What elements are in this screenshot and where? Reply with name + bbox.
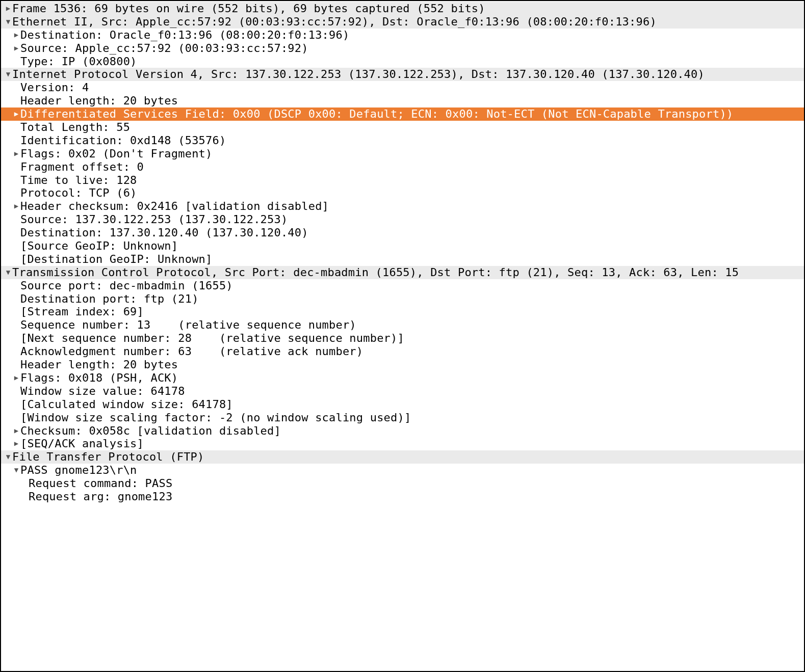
ip-srcgeoip-text: [Source GeoIP: Unknown] — [20, 239, 178, 253]
spacer-icon — [12, 55, 20, 68]
tcp-calcwindow-row[interactable]: [Calculated window size: 64178] — [1, 398, 804, 411]
ip-fragoffset-text: Fragment offset: 0 — [20, 160, 144, 174]
tcp-ack-row[interactable]: Acknowledgment number: 63 (relative ack … — [1, 345, 804, 358]
spacer-icon — [20, 490, 29, 503]
ip-totallen-row[interactable]: Total Length: 55 — [1, 121, 804, 134]
ftp-line-text: PASS gnome123\r\n — [20, 464, 137, 477]
ip-version-text: Version: 4 — [20, 81, 89, 94]
eth-type-row[interactable]: Type: IP (0x0800) — [1, 55, 804, 68]
spacer-icon — [12, 174, 20, 187]
ip-protocol-row[interactable]: Protocol: TCP (6) — [1, 186, 804, 200]
spacer-icon — [12, 121, 20, 134]
ftp-reqarg-text: Request arg: gnome123 — [29, 490, 172, 503]
spacer-icon — [12, 411, 20, 424]
expand-icon[interactable]: ▶ — [12, 29, 20, 42]
ip-totallen-text: Total Length: 55 — [20, 121, 130, 134]
spacer-icon — [12, 292, 20, 306]
eth-source-row[interactable]: ▶ Source: Apple_cc:57:92 (00:03:93:cc:57… — [1, 42, 804, 55]
ip-hdrlen-row[interactable]: Header length: 20 bytes — [1, 94, 804, 107]
ip-header-text: Internet Protocol Version 4, Src: 137.30… — [12, 68, 705, 81]
tcp-seqack-text: [SEQ/ACK analysis] — [20, 437, 144, 450]
ftp-header-text: File Transfer Protocol (FTP) — [12, 450, 204, 464]
tcp-stream-row[interactable]: [Stream index: 69] — [1, 305, 804, 318]
ip-checksum-row[interactable]: ▶ Header checksum: 0x2416 [validation di… — [1, 200, 804, 213]
spacer-icon — [12, 94, 20, 107]
ip-header-row[interactable]: ▼ Internet Protocol Version 4, Src: 137.… — [1, 68, 804, 81]
ip-dsfield-text: Differentiated Services Field: 0x00 (DSC… — [20, 107, 733, 121]
tcp-hdrlen-row[interactable]: Header length: 20 bytes — [1, 358, 804, 371]
expand-icon[interactable]: ▶ — [12, 147, 20, 160]
ip-dstgeoip-text: [Destination GeoIP: Unknown] — [20, 253, 212, 266]
ip-protocol-text: Protocol: TCP (6) — [20, 186, 137, 200]
collapse-icon[interactable]: ▼ — [4, 266, 12, 279]
eth-source-text: Source: Apple_cc:57:92 (00:03:93:cc:57:9… — [20, 42, 308, 55]
ip-flags-row[interactable]: ▶ Flags: 0x02 (Don't Fragment) — [1, 147, 804, 160]
tcp-calcwindow-text: [Calculated window size: 64178] — [20, 398, 233, 411]
collapse-icon[interactable]: ▼ — [12, 464, 20, 477]
ip-dsfield-row[interactable]: ▶ Differentiated Services Field: 0x00 (D… — [1, 107, 804, 121]
tcp-dstport-row[interactable]: Destination port: ftp (21) — [1, 292, 804, 306]
expand-icon[interactable]: ▶ — [12, 200, 20, 213]
ip-srcgeoip-row[interactable]: [Source GeoIP: Unknown] — [1, 239, 804, 253]
expand-icon[interactable]: ▶ — [12, 42, 20, 55]
ip-id-row[interactable]: Identification: 0xd148 (53576) — [1, 134, 804, 147]
spacer-icon — [12, 398, 20, 411]
ip-hdrlen-text: Header length: 20 bytes — [20, 94, 178, 107]
tcp-seqack-row[interactable]: ▶ [SEQ/ACK analysis] — [1, 437, 804, 450]
frame-header-row[interactable]: ▶ Frame 1536: 69 bytes on wire (552 bits… — [1, 2, 804, 15]
ip-ttl-row[interactable]: Time to live: 128 — [1, 174, 804, 187]
expand-icon[interactable]: ▶ — [4, 2, 12, 15]
ftp-header-row[interactable]: ▼ File Transfer Protocol (FTP) — [1, 450, 804, 464]
ip-fragoffset-row[interactable]: Fragment offset: 0 — [1, 160, 804, 174]
expand-icon[interactable]: ▶ — [12, 424, 20, 438]
ftp-line-row[interactable]: ▼ PASS gnome123\r\n — [1, 464, 804, 477]
ip-version-row[interactable]: Version: 4 — [1, 81, 804, 94]
ftp-reqcmd-row[interactable]: Request command: PASS — [1, 477, 804, 490]
tcp-dstport-text: Destination port: ftp (21) — [20, 292, 199, 306]
tcp-nxtseq-text: [Next sequence number: 28 (relative sequ… — [20, 332, 404, 345]
ip-dstgeoip-row[interactable]: [Destination GeoIP: Unknown] — [1, 253, 804, 266]
spacer-icon — [12, 345, 20, 358]
tcp-stream-text: [Stream index: 69] — [20, 305, 144, 318]
tcp-header-text: Transmission Control Protocol, Src Port:… — [12, 266, 739, 279]
tcp-seq-row[interactable]: Sequence number: 13 (relative sequence n… — [1, 318, 804, 332]
expand-icon[interactable]: ▶ — [12, 437, 20, 450]
tcp-header-row[interactable]: ▼ Transmission Control Protocol, Src Por… — [1, 266, 804, 279]
tcp-srcport-row[interactable]: Source port: dec-mbadmin (1655) — [1, 279, 804, 292]
spacer-icon — [12, 134, 20, 147]
spacer-icon — [12, 239, 20, 253]
packet-details-pane[interactable]: ▶ Frame 1536: 69 bytes on wire (552 bits… — [0, 0, 805, 672]
spacer-icon — [12, 81, 20, 94]
spacer-icon — [20, 477, 29, 490]
spacer-icon — [12, 253, 20, 266]
ip-ttl-text: Time to live: 128 — [20, 174, 137, 187]
ethernet-header-row[interactable]: ▼ Ethernet II, Src: Apple_cc:57:92 (00:0… — [1, 15, 804, 29]
tcp-scaling-row[interactable]: [Window size scaling factor: -2 (no wind… — [1, 411, 804, 424]
spacer-icon — [12, 160, 20, 174]
tcp-window-row[interactable]: Window size value: 64178 — [1, 385, 804, 398]
ftp-reqarg-row[interactable]: Request arg: gnome123 — [1, 490, 804, 503]
eth-destination-text: Destination: Oracle_f0:13:96 (08:00:20:f… — [20, 29, 349, 42]
tcp-flags-text: Flags: 0x018 (PSH, ACK) — [20, 371, 178, 385]
collapse-icon[interactable]: ▼ — [4, 68, 12, 81]
collapse-icon[interactable]: ▼ — [4, 15, 12, 29]
spacer-icon — [12, 332, 20, 345]
tcp-ack-text: Acknowledgment number: 63 (relative ack … — [20, 345, 363, 358]
spacer-icon — [12, 385, 20, 398]
tcp-nxtseq-row[interactable]: [Next sequence number: 28 (relative sequ… — [1, 332, 804, 345]
ip-id-text: Identification: 0xd148 (53576) — [20, 134, 226, 147]
spacer-icon — [12, 305, 20, 318]
tcp-checksum-row[interactable]: ▶ Checksum: 0x058c [validation disabled] — [1, 424, 804, 438]
ip-dst-row[interactable]: Destination: 137.30.120.40 (137.30.120.4… — [1, 226, 804, 239]
spacer-icon — [12, 358, 20, 371]
expand-icon[interactable]: ▶ — [12, 371, 20, 385]
ip-src-row[interactable]: Source: 137.30.122.253 (137.30.122.253) — [1, 213, 804, 226]
tcp-scaling-text: [Window size scaling factor: -2 (no wind… — [20, 411, 411, 424]
expand-icon[interactable]: ▶ — [12, 107, 20, 121]
ip-flags-text: Flags: 0x02 (Don't Fragment) — [20, 147, 212, 160]
eth-destination-row[interactable]: ▶ Destination: Oracle_f0:13:96 (08:00:20… — [1, 29, 804, 42]
frame-header-text: Frame 1536: 69 bytes on wire (552 bits),… — [12, 2, 485, 15]
tcp-srcport-text: Source port: dec-mbadmin (1655) — [20, 279, 233, 292]
tcp-flags-row[interactable]: ▶ Flags: 0x018 (PSH, ACK) — [1, 371, 804, 385]
collapse-icon[interactable]: ▼ — [4, 450, 12, 464]
